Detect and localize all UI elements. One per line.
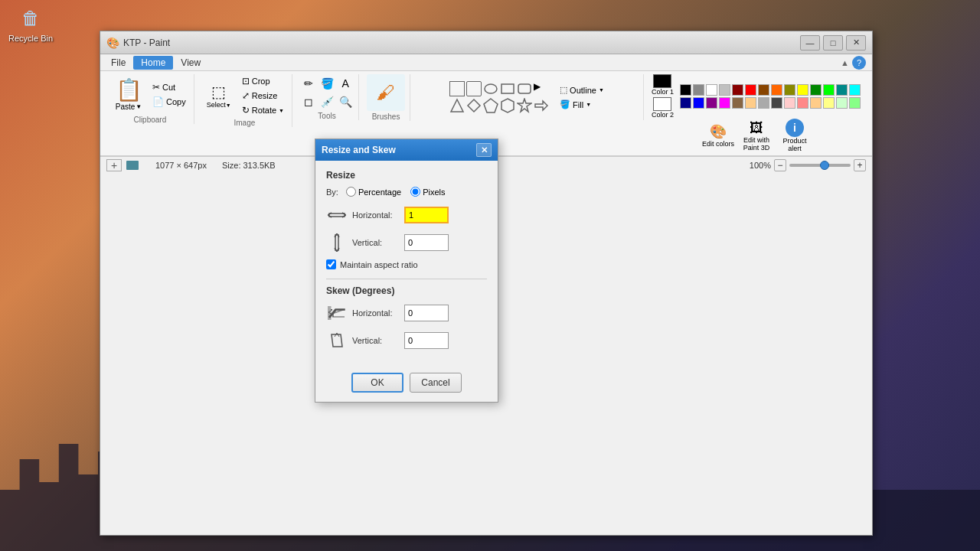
color-swatch-24[interactable] — [810, 97, 822, 109]
ok-button[interactable]: OK — [351, 373, 403, 393]
copy-button[interactable]: 📄 Copy — [149, 95, 189, 109]
svg-rect-10 — [329, 214, 345, 217]
pixels-radio[interactable] — [410, 187, 420, 197]
zoom-slider[interactable] — [789, 164, 851, 167]
recycle-bin-icon[interactable]: 🗑 Recycle Bin — [8, 8, 54, 43]
color-swatch-1[interactable] — [693, 84, 704, 96]
maximize-button[interactable]: □ — [823, 35, 843, 51]
shape-pentagon[interactable] — [483, 98, 498, 113]
color-swatch-0[interactable] — [680, 84, 691, 96]
shape-hexagon[interactable] — [500, 98, 515, 113]
paste-button[interactable]: 📋 Paste ▼ — [111, 74, 146, 114]
fill-dropdown-icon[interactable]: ▼ — [586, 102, 591, 107]
zoom-in-button[interactable]: + — [854, 159, 866, 171]
crop-button[interactable]: ⊡ Crop — [239, 74, 287, 88]
add-page-button[interactable]: + — [106, 159, 122, 171]
cut-button[interactable]: ✂ Cut — [149, 80, 189, 94]
select-dropdown-icon[interactable]: ▼ — [226, 103, 231, 108]
eraser-tool[interactable]: ◻ — [300, 93, 317, 110]
outline-button[interactable]: ⬚ Outline ▼ — [557, 83, 607, 96]
page-thumbnail[interactable] — [125, 159, 140, 171]
shape-triangle[interactable] — [449, 98, 465, 113]
resize-vertical-input[interactable] — [404, 234, 449, 251]
close-button[interactable]: ✕ — [846, 35, 866, 51]
color-swatch-7[interactable] — [771, 84, 782, 96]
outline-dropdown-icon[interactable]: ▼ — [599, 87, 604, 93]
color-swatch-14[interactable] — [680, 97, 691, 109]
percentage-radio[interactable] — [346, 187, 356, 197]
percentage-radio-label[interactable]: Percentage — [346, 187, 401, 197]
color-swatch-16[interactable] — [706, 97, 717, 109]
shape-diamond[interactable] — [466, 98, 482, 113]
color-swatch-21[interactable] — [771, 97, 782, 109]
help-button[interactable]: ? — [852, 56, 866, 70]
color-swatch-4[interactable] — [732, 84, 743, 96]
eyedropper-tool[interactable]: 💉 — [318, 93, 335, 110]
color-swatch-15[interactable] — [693, 97, 704, 109]
skew-vertical-input[interactable] — [404, 332, 449, 349]
resize-horizontal-input[interactable] — [404, 207, 449, 223]
color-swatch-18[interactable] — [732, 97, 743, 109]
select-button[interactable]: ⬚ Select ▼ — [202, 81, 236, 110]
minimize-button[interactable]: — — [800, 35, 820, 51]
rotate-button[interactable]: ↻ Rotate ▼ — [239, 103, 287, 117]
paste-dropdown-icon[interactable]: ▼ — [136, 103, 142, 110]
menu-file[interactable]: File — [103, 56, 133, 70]
edit-with-paint3d-button[interactable]: 🖼 Edit with Paint 3D — [738, 120, 775, 152]
color-swatch-6[interactable] — [758, 84, 769, 96]
color-swatch-3[interactable] — [719, 84, 730, 96]
cut-icon: ✂ — [152, 82, 160, 93]
resize-by-group: By: Percentage Pixels — [326, 187, 487, 197]
color-swatch-20[interactable] — [758, 97, 769, 109]
magnifier-tool[interactable]: 🔍 — [337, 93, 354, 110]
shape-more-arrow[interactable]: ▶ — [534, 81, 549, 96]
color-swatch-8[interactable] — [784, 84, 795, 96]
color-swatch-11[interactable] — [823, 84, 835, 96]
color-swatch-9[interactable] — [797, 84, 808, 96]
product-alert-button[interactable]: i Product alert — [778, 119, 812, 152]
skew-vertical-row: Vertical: — [326, 330, 487, 351]
brushes-selector[interactable]: 🖌 — [367, 74, 405, 111]
color2-selector[interactable]: Color 2 — [652, 97, 674, 119]
color-swatch-13[interactable] — [849, 84, 861, 96]
color-swatch-12[interactable] — [836, 84, 848, 96]
skew-horizontal-input[interactable] — [404, 305, 449, 321]
color-swatch-27[interactable] — [849, 97, 861, 109]
pencil-tool[interactable]: ✏ — [300, 75, 317, 92]
menu-home[interactable]: Home — [133, 56, 173, 70]
edit-colors-button[interactable]: 🎨 Edit colors — [701, 123, 735, 148]
shape-line[interactable] — [449, 81, 465, 96]
zoom-slider-thumb[interactable] — [820, 161, 829, 170]
shape-curve[interactable] — [466, 81, 482, 96]
brushes-content: 🖌 — [367, 74, 405, 111]
shape-arrow[interactable] — [534, 98, 549, 113]
resize-button[interactable]: ⤢ Resize — [239, 89, 287, 103]
shapes-content: ▶ — [449, 74, 607, 120]
colors-bottom-row: 🎨 Edit colors 🖼 Edit with Paint 3D i Pro… — [701, 119, 812, 152]
shape-oval[interactable] — [483, 81, 498, 96]
color-swatch-10[interactable] — [810, 84, 822, 96]
color-swatch-17[interactable] — [719, 97, 730, 109]
color-swatch-23[interactable] — [797, 97, 808, 109]
color-swatch-25[interactable] — [823, 97, 835, 109]
text-tool[interactable]: A — [337, 75, 354, 92]
pixels-radio-label[interactable]: Pixels — [410, 187, 445, 197]
zoom-out-button[interactable]: − — [774, 159, 786, 171]
color-swatch-19[interactable] — [745, 97, 756, 109]
shape-star[interactable] — [517, 98, 532, 113]
color-swatch-5[interactable] — [745, 84, 756, 96]
fill-button[interactable]: 🪣 Fill ▼ — [557, 98, 607, 111]
shape-rect[interactable] — [500, 81, 515, 96]
shape-rounded-rect[interactable] — [517, 81, 532, 96]
fill-tool[interactable]: 🪣 — [318, 75, 335, 92]
color-swatch-2[interactable] — [706, 84, 717, 96]
color-swatch-22[interactable] — [784, 97, 795, 109]
maintain-aspect-checkbox[interactable] — [326, 259, 336, 269]
rotate-dropdown-icon[interactable]: ▼ — [279, 108, 284, 113]
color1-selector[interactable]: Color 1 — [652, 74, 674, 96]
collapse-ribbon-btn[interactable]: ▲ — [841, 58, 849, 67]
cancel-button[interactable]: Cancel — [410, 373, 462, 393]
dialog-close-button[interactable]: ✕ — [476, 143, 492, 157]
menu-view[interactable]: View — [173, 56, 208, 70]
color-swatch-26[interactable] — [836, 97, 848, 109]
